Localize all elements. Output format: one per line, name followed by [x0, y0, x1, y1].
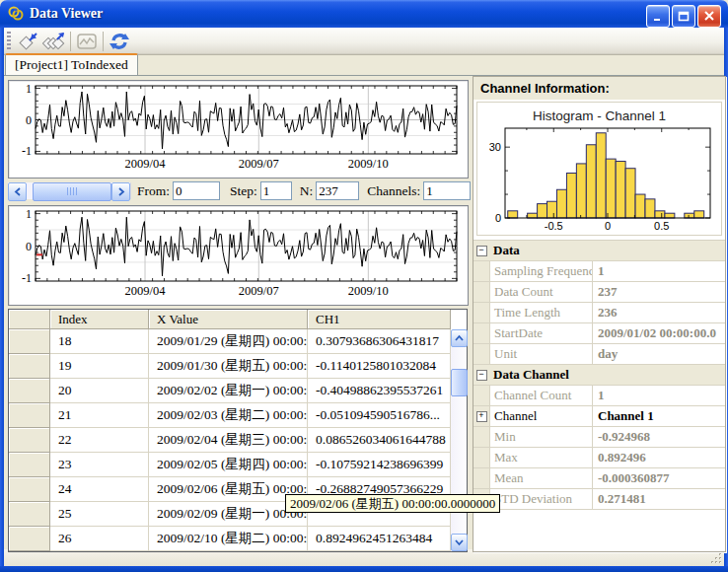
- row-selector[interactable]: [9, 403, 50, 428]
- property-row-channel-count[interactable]: Channel Count1: [473, 386, 725, 406]
- tab-project1-toindexed[interactable]: [Project1] ToIndexed: [5, 53, 138, 75]
- property-marker: [473, 427, 490, 447]
- property-marker: +: [473, 406, 490, 426]
- channels-input[interactable]: [423, 181, 471, 200]
- collapse-icon[interactable]: −: [476, 246, 487, 256]
- table-row[interactable]: 202009/02/02 (星期一) 00:00:00...-0.4049886…: [9, 379, 451, 403]
- range-scrollbar[interactable]: [8, 182, 131, 199]
- table-vertical-scrollbar[interactable]: [451, 329, 467, 551]
- cell-index[interactable]: 22: [50, 428, 149, 453]
- scroll-left-button[interactable]: [8, 182, 27, 201]
- minimize-button[interactable]: [646, 5, 670, 28]
- property-label: Channel Count: [490, 386, 593, 405]
- cell-xvalue[interactable]: 2009/02/04 (星期三) 00:00:00...: [149, 428, 308, 453]
- cell-xvalue[interactable]: 2009/02/10 (星期二) 00:00:00...: [149, 527, 308, 551]
- table-row[interactable]: 192009/01/30 (星期五) 00:00:00...-0.1140125…: [9, 354, 451, 379]
- property-row-std-deviation[interactable]: STD Deviation0.271481: [473, 489, 725, 510]
- svg-text:2009/10: 2009/10: [348, 284, 389, 298]
- property-row-channel[interactable]: +ChannelChannel 1: [473, 406, 725, 427]
- property-marker: [473, 282, 490, 302]
- row-selector[interactable]: [9, 453, 50, 477]
- property-row-sampling-frequency[interactable]: Sampling Frequency1: [473, 261, 725, 282]
- row-selector[interactable]: [9, 354, 50, 379]
- cell-xvalue[interactable]: 2009/01/29 (星期四) 00:00:00...: [149, 329, 308, 354]
- maximize-button[interactable]: [672, 5, 695, 28]
- table-header-ch1[interactable]: CH1: [308, 310, 451, 329]
- export-multiple-button[interactable]: [41, 30, 67, 53]
- table-header-index[interactable]: Index: [50, 310, 149, 329]
- cell-ch1[interactable]: -0.10759214238696399: [308, 453, 451, 477]
- export-single-button[interactable]: [16, 30, 41, 53]
- cell-ch1[interactable]: 0.30793686306431817: [308, 329, 451, 354]
- collapse-icon[interactable]: −: [476, 370, 487, 381]
- property-row-data-count[interactable]: Data Count237: [473, 282, 725, 303]
- table-header-rowselector[interactable]: [9, 310, 50, 329]
- cell-xvalue[interactable]: 2009/02/05 (星期四) 00:00:00...: [149, 453, 308, 477]
- row-selector[interactable]: [9, 329, 50, 354]
- table-scroll-thumb[interactable]: [451, 369, 468, 396]
- cell-index[interactable]: 21: [50, 403, 149, 428]
- cell-index[interactable]: 23: [50, 453, 149, 477]
- property-marker: [473, 323, 490, 343]
- row-selector[interactable]: [9, 477, 50, 502]
- table-row[interactable]: 262009/02/10 (星期二) 00:00:00...0.89249624…: [9, 527, 451, 551]
- table-header: Index X Value CH1: [9, 310, 467, 329]
- cell-xvalue[interactable]: 2009/02/03 (星期二) 00:00:00...: [149, 403, 308, 428]
- expand-icon[interactable]: +: [476, 411, 487, 422]
- property-value: 236: [593, 303, 725, 322]
- from-input[interactable]: [173, 181, 220, 200]
- cell-index[interactable]: 25: [50, 502, 149, 527]
- n-input[interactable]: [316, 181, 359, 200]
- toolbar-grip[interactable]: [7, 32, 11, 51]
- time-series-plot-bottom: 2009/042009/072009/1010-1: [8, 205, 469, 306]
- scroll-up-button[interactable]: [451, 329, 468, 347]
- property-row-max[interactable]: Max0.892496: [473, 448, 725, 468]
- property-row-startdate[interactable]: StartDate2009/01/02 00:00:00.0: [473, 323, 725, 344]
- step-input[interactable]: [260, 181, 292, 200]
- table-row[interactable]: 222009/02/04 (星期三) 00:00:00...0.08652603…: [9, 428, 451, 453]
- scroll-right-button[interactable]: [111, 182, 130, 201]
- table-row[interactable]: 182009/01/29 (星期四) 00:00:00...0.30793686…: [9, 329, 451, 354]
- svg-text:0.5: 0.5: [654, 220, 669, 232]
- scroll-down-button[interactable]: [451, 534, 468, 551]
- property-category-data-channel[interactable]: −Data Channel: [473, 365, 725, 386]
- cell-index[interactable]: 20: [50, 379, 149, 403]
- step-label: Step:: [230, 183, 257, 199]
- row-selector[interactable]: [9, 502, 50, 527]
- property-row-min[interactable]: Min-0.924968: [473, 427, 725, 448]
- row-selector[interactable]: [9, 527, 50, 551]
- cell-xvalue[interactable]: 2009/01/30 (星期五) 00:00:00...: [149, 354, 308, 379]
- row-selector[interactable]: [9, 379, 50, 403]
- cell-xvalue[interactable]: 2009/02/06 (星期五) 00:00:00...: [149, 477, 308, 502]
- cell-index[interactable]: 18: [50, 329, 149, 354]
- svg-text:-1: -1: [22, 144, 32, 158]
- resize-grip[interactable]: [710, 552, 723, 565]
- cell-xvalue[interactable]: 2009/02/09 (星期一) 00:00:0: [149, 502, 308, 527]
- refresh-button[interactable]: [107, 30, 132, 53]
- property-row-time-length[interactable]: Time Length236: [473, 303, 725, 323]
- app-icon: [7, 5, 25, 23]
- cell-index[interactable]: 26: [50, 527, 149, 551]
- table-row[interactable]: 232009/02/05 (星期四) 00:00:00...-0.1075921…: [9, 453, 451, 477]
- property-row-unit[interactable]: Unitday: [473, 344, 725, 365]
- svg-text:30: 30: [489, 141, 501, 153]
- property-row-mean[interactable]: Mean-0.000360877: [473, 468, 725, 489]
- cell-ch1[interactable]: -0.40498862395537261: [308, 379, 451, 403]
- property-category-data[interactable]: −Data: [473, 241, 725, 261]
- svg-text:0: 0: [26, 240, 32, 253]
- cell-ch1[interactable]: -0.1140125801032084: [308, 354, 451, 379]
- svg-text:-0.5: -0.5: [545, 220, 563, 232]
- cell-index[interactable]: 24: [50, 477, 149, 502]
- cell-xvalue[interactable]: 2009/02/02 (星期一) 00:00:00...: [149, 379, 308, 403]
- table-header-xvalue[interactable]: X Value: [149, 310, 308, 329]
- cell-ch1[interactable]: 0.8924962451263484: [308, 527, 451, 551]
- close-button[interactable]: [697, 5, 721, 28]
- property-label: Min: [490, 427, 593, 447]
- window-border-bottom: [0, 566, 728, 572]
- scroll-thumb[interactable]: [33, 182, 111, 201]
- cell-ch1[interactable]: 0.086526034061644788: [308, 428, 451, 453]
- row-selector[interactable]: [9, 428, 50, 453]
- table-row[interactable]: 212009/02/03 (星期二) 00:00:00...-0.0510945…: [9, 403, 451, 428]
- cell-ch1[interactable]: -0.051094590516786...: [308, 403, 451, 428]
- cell-index[interactable]: 19: [50, 354, 149, 379]
